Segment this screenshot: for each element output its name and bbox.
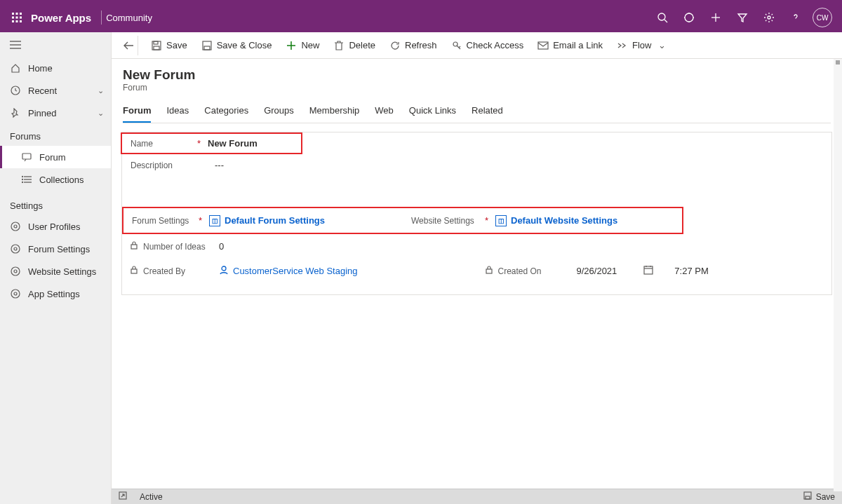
forum-icon xyxy=(21,153,32,161)
svg-rect-36 xyxy=(154,46,159,50)
settings-row-highlight: Forum Settings * ◫ Default Forum Setting… xyxy=(122,207,683,234)
nav-section-settings: Settings xyxy=(0,191,111,215)
svg-rect-53 xyxy=(806,496,810,499)
svg-point-27 xyxy=(11,222,20,231)
nav-forum-settings-label: Forum Settings xyxy=(28,244,90,254)
nav-website-settings-label: Website Settings xyxy=(28,266,96,277)
created-by-value[interactable]: CustomerService Web Staging xyxy=(219,265,469,277)
key-icon xyxy=(451,40,462,51)
required-asterisk: * xyxy=(485,215,488,226)
svg-point-9 xyxy=(658,13,665,20)
cmd-save[interactable]: Save xyxy=(145,37,193,54)
nav-home-label: Home xyxy=(28,63,53,74)
save-icon xyxy=(803,491,812,502)
search-icon[interactable] xyxy=(653,8,672,27)
nav-recent-label: Recent xyxy=(28,86,57,96)
lookup-icon: ◫ xyxy=(495,215,507,226)
nav-forum[interactable]: Forum xyxy=(0,146,111,168)
svg-point-33 xyxy=(11,290,20,298)
hamburger-icon[interactable] xyxy=(10,41,22,51)
left-nav: Home Recent ⌄ Pinned ⌄ Forums Forum Coll… xyxy=(0,32,112,504)
label-website-settings: Website Settings * xyxy=(411,215,495,226)
chevron-down-icon: ⌄ xyxy=(658,40,666,50)
description-input[interactable]: --- xyxy=(215,160,823,170)
settings-gear-icon[interactable] xyxy=(759,8,779,27)
list-icon xyxy=(21,175,32,184)
nav-app-settings-label: App Settings xyxy=(28,289,80,299)
cmd-delete-label: Delete xyxy=(349,40,375,50)
command-bar: Save Save & Close New Delete Refresh Che… xyxy=(112,32,842,59)
app-launcher-icon[interactable] xyxy=(6,6,28,29)
name-input[interactable]: New Forum xyxy=(208,138,293,149)
svg-point-23 xyxy=(22,177,23,177)
field-forum-settings: Forum Settings * ◫ Default Forum Setting… xyxy=(123,208,403,233)
nav-collections-label: Collections xyxy=(39,175,84,185)
filter-icon[interactable] xyxy=(733,8,752,27)
statusbar-save[interactable]: Save xyxy=(803,491,835,502)
svg-rect-5 xyxy=(20,17,22,19)
svg-rect-3 xyxy=(12,17,14,19)
environment-label[interactable]: Community xyxy=(106,13,152,23)
statusbar-save-label: Save xyxy=(816,492,835,502)
page-title: New Forum xyxy=(123,67,831,83)
cmd-save-close-label: Save & Close xyxy=(217,40,272,50)
calendar-icon[interactable] xyxy=(643,265,653,277)
lookup-icon: ◫ xyxy=(209,215,220,226)
nav-collections[interactable]: Collections xyxy=(0,168,111,191)
nav-app-settings[interactable]: App Settings xyxy=(0,282,111,305)
help-icon[interactable] xyxy=(786,8,806,27)
nav-website-settings[interactable]: Website Settings xyxy=(0,260,111,282)
forum-settings-lookup[interactable]: ◫ Default Forum Settings xyxy=(209,215,394,226)
chevron-down-icon: ⌄ xyxy=(98,109,104,118)
brand-divider xyxy=(101,11,102,25)
nav-pinned[interactable]: Pinned ⌄ xyxy=(0,102,111,124)
cmd-check-access[interactable]: Check Access xyxy=(446,37,530,54)
cmd-email-link[interactable]: Email a Link xyxy=(532,37,608,54)
cmd-flow[interactable]: Flow ⌄ xyxy=(611,37,671,54)
tab-quick-links[interactable]: Quick Links xyxy=(409,101,456,123)
tab-groups[interactable]: Groups xyxy=(264,101,294,123)
cmd-email-link-label: Email a Link xyxy=(553,40,603,50)
gear-icon xyxy=(10,289,21,299)
nav-user-profiles[interactable]: User Profiles xyxy=(0,215,111,238)
gear-icon xyxy=(10,266,21,276)
lock-icon xyxy=(486,266,493,276)
nav-user-profiles-label: User Profiles xyxy=(28,222,80,232)
website-settings-lookup[interactable]: ◫ Default Website Settings xyxy=(495,215,674,226)
target-icon[interactable] xyxy=(679,8,699,27)
cmd-delete[interactable]: Delete xyxy=(328,37,381,54)
brand-label[interactable]: Power Apps xyxy=(31,12,91,24)
cmd-new[interactable]: New xyxy=(280,37,325,54)
work-area: Save Save & Close New Delete Refresh Che… xyxy=(112,32,842,504)
cmd-refresh[interactable]: Refresh xyxy=(384,37,443,54)
tab-web[interactable]: Web xyxy=(375,101,394,123)
popout-icon[interactable] xyxy=(119,491,127,502)
back-button[interactable] xyxy=(119,36,138,55)
nav-home[interactable]: Home xyxy=(0,57,111,79)
record-status: Active xyxy=(140,492,163,502)
user-avatar[interactable]: CW xyxy=(813,8,832,27)
svg-rect-1 xyxy=(16,13,18,15)
nav-recent[interactable]: Recent ⌄ xyxy=(0,79,111,102)
svg-rect-4 xyxy=(16,17,18,19)
field-created-by: Created By CustomerService Web Staging xyxy=(122,259,477,283)
required-asterisk: * xyxy=(197,138,201,149)
clock-icon xyxy=(10,86,21,95)
nav-forum-settings[interactable]: Forum Settings xyxy=(0,238,111,260)
cmd-flow-label: Flow xyxy=(632,40,651,50)
svg-rect-6 xyxy=(12,20,14,22)
save-icon xyxy=(151,40,162,51)
label-forum-settings: Forum Settings * xyxy=(132,215,209,226)
scrollbar[interactable] xyxy=(834,59,842,491)
tab-membership[interactable]: Membership xyxy=(309,101,360,123)
tab-related[interactable]: Related xyxy=(472,101,503,123)
cmd-save-close[interactable]: Save & Close xyxy=(196,37,278,54)
svg-rect-43 xyxy=(131,245,137,249)
tab-forum[interactable]: Forum xyxy=(123,101,151,123)
svg-point-26 xyxy=(14,225,17,228)
field-number-of-ideas: Number of Ideas 0 xyxy=(122,234,831,259)
mail-icon xyxy=(537,40,549,51)
plus-icon[interactable] xyxy=(706,8,726,27)
tab-ideas[interactable]: Ideas xyxy=(166,101,189,123)
tab-categories[interactable]: Categories xyxy=(204,101,248,123)
